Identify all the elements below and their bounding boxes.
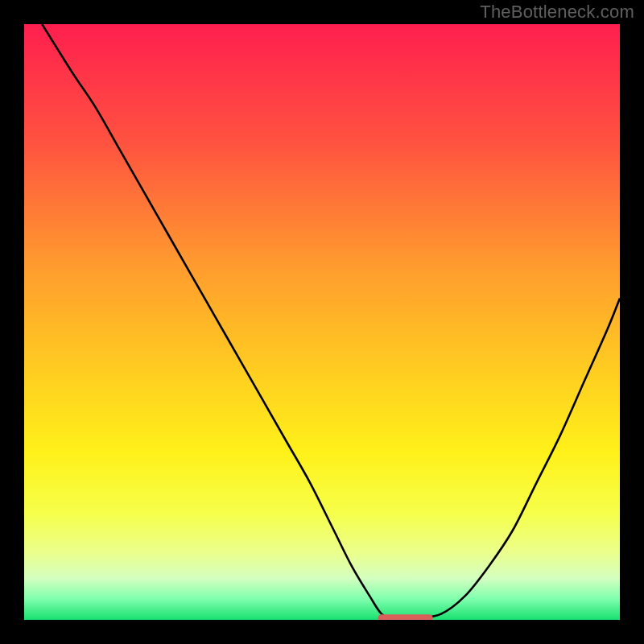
chart-background: [24, 24, 620, 620]
chart-frame: TheBottleneck.com: [0, 0, 644, 644]
plot-area: [24, 24, 620, 620]
watermark-text: TheBottleneck.com: [480, 2, 634, 23]
chart-svg: [24, 24, 620, 620]
